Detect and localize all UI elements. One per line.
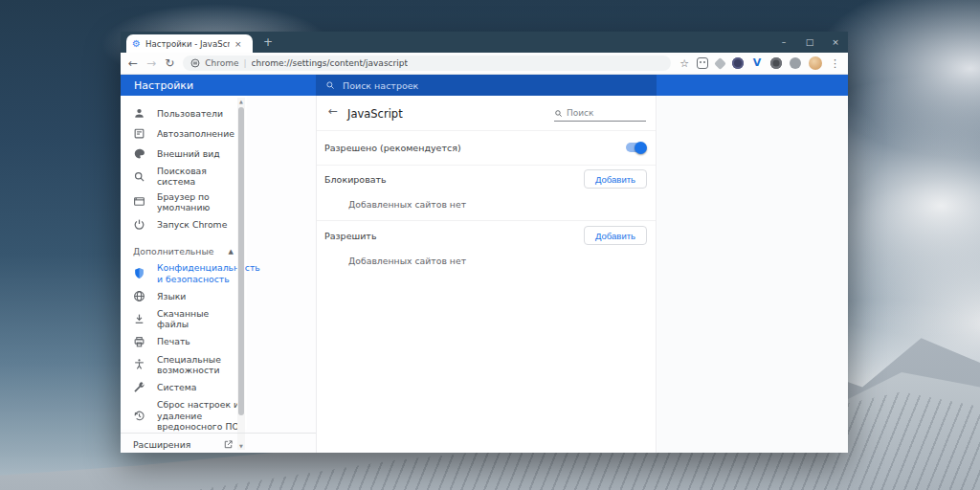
settings-title: Настройки	[134, 75, 193, 96]
autofill-icon	[133, 127, 145, 140]
block-empty-text: Добавленных сайтов нет	[348, 199, 466, 210]
desktop-background: ⚙ Настройки - JavaScript × + – □ × ← → ↻…	[0, 0, 980, 490]
sidebar-footer-divider	[121, 433, 316, 434]
block-section-title: Блокировать	[324, 174, 387, 185]
extension-diamond-icon[interactable]	[714, 57, 726, 70]
profile-avatar[interactable]	[809, 56, 822, 70]
divider	[317, 130, 656, 131]
page-background-right	[657, 96, 848, 453]
settings-search-placeholder: Поиск настроек	[343, 80, 418, 91]
sidebar-item-privacy-security[interactable]: Конфиденциальность и безопасность	[121, 260, 247, 286]
divider	[317, 220, 656, 221]
sidebar-item-languages[interactable]: Языки	[121, 286, 247, 306]
minimize-icon[interactable]: –	[779, 37, 789, 47]
tab-title: Настройки - JavaScript	[145, 39, 230, 49]
block-add-button[interactable]: Добавить	[584, 169, 647, 189]
settings-sidebar: Пользователи Автозаполнение Внешний вид …	[121, 96, 247, 430]
sidebar-item-autofill[interactable]: Автозаполнение	[121, 123, 247, 144]
bookmark-star-icon[interactable]: ☆	[679, 58, 689, 69]
person-icon	[133, 107, 145, 120]
sidebar-item-default-browser[interactable]: Браузер по умолчанию	[121, 189, 247, 215]
card-search-placeholder: Поиск	[567, 108, 594, 118]
external-link-icon	[223, 439, 234, 450]
sidebar-item-users[interactable]: Пользователи	[121, 103, 247, 123]
allow-empty-text: Добавленных сайтов нет	[348, 256, 466, 266]
back-icon[interactable]: ←	[128, 57, 138, 69]
allow-section-title: Разрешить	[324, 231, 376, 241]
sidebar-item-search-engine[interactable]: Поисковая система	[121, 164, 247, 189]
browser-window-icon	[133, 195, 145, 208]
sidebar-advanced-toggle[interactable]: Дополнительные ▲	[121, 234, 247, 260]
block-section-row: Блокировать Добавить	[317, 168, 656, 189]
url-site-label: Chrome	[205, 58, 238, 68]
extension-v-icon[interactable]: V	[751, 57, 763, 69]
tune-icon	[190, 58, 200, 68]
toggle-knob	[635, 142, 647, 154]
sidebar-item-reset[interactable]: Сброс настроек и удаление вредоносного П…	[121, 397, 247, 434]
extension-badger-icon[interactable]	[697, 57, 708, 69]
address-bar[interactable]: Chrome | chrome://settings/content/javas…	[183, 56, 671, 71]
forward-icon[interactable]: →	[146, 57, 156, 69]
javascript-settings-card: ← JavaScript Поиск Разрешено (рекомендуе…	[316, 96, 657, 453]
scroll-down-icon[interactable]: ▼	[237, 443, 245, 449]
accessibility-icon	[133, 358, 145, 370]
extension-lens-icon[interactable]	[770, 57, 782, 69]
sidebar-item-downloads[interactable]: Скачанные файлы	[121, 306, 247, 332]
javascript-toggle-row: Разрешено (рекомендуется)	[317, 138, 656, 159]
divider	[317, 165, 656, 166]
browser-window: ⚙ Настройки - JavaScript × + – □ × ← → ↻…	[121, 32, 848, 453]
javascript-toggle[interactable]	[626, 143, 646, 152]
new-tab-button[interactable]: +	[260, 35, 276, 51]
settings-gear-favicon: ⚙	[132, 39, 141, 49]
back-arrow-icon[interactable]: ←	[328, 104, 338, 118]
sidebar-item-system[interactable]: Система	[121, 377, 247, 397]
sidebar-scrollbar[interactable]: ▲ ▼	[237, 98, 245, 450]
reload-icon[interactable]: ↻	[165, 57, 174, 69]
download-icon	[133, 313, 145, 325]
card-search-input[interactable]: Поиск	[554, 105, 646, 122]
browser-toolbar: ← → ↻ Chrome | chrome://settings/content…	[121, 53, 848, 75]
extension-gray-circle-icon[interactable]	[790, 57, 801, 69]
allow-section-row: Разрешить Добавить	[317, 225, 656, 246]
extension-dark-circle-icon[interactable]	[732, 57, 744, 69]
settings-search-field[interactable]: Поиск настроек	[316, 75, 657, 96]
sidebar-item-appearance[interactable]: Внешний вид	[121, 144, 247, 164]
sidebar-item-accessibility[interactable]: Специальные возможности	[121, 352, 247, 378]
reset-history-icon	[133, 410, 145, 422]
browser-tab[interactable]: ⚙ Настройки - JavaScript ×	[126, 34, 253, 53]
page-title: JavaScript	[347, 107, 403, 121]
maximize-icon[interactable]: □	[805, 37, 814, 47]
appearance-icon	[133, 147, 145, 160]
wrench-icon	[133, 381, 145, 393]
sidebar-item-extensions[interactable]: Расширения	[121, 436, 235, 453]
printer-icon	[133, 336, 145, 348]
security-shield-icon	[133, 267, 145, 279]
scrollbar-thumb[interactable]	[238, 107, 244, 415]
url-text: chrome://settings/content/javascript	[252, 58, 408, 68]
browser-menu-icon[interactable]: ⋮	[830, 57, 840, 70]
close-icon[interactable]: ×	[831, 37, 840, 47]
tab-close-icon[interactable]: ×	[234, 39, 242, 49]
toolbar-right: ☆ V ⋮	[679, 56, 840, 70]
card-header: ← JavaScript Поиск	[317, 96, 656, 130]
sidebar-item-print[interactable]: Печать	[121, 332, 247, 352]
sidebar-item-startup[interactable]: Запуск Chrome	[121, 214, 247, 234]
search-icon	[554, 109, 563, 118]
power-icon	[133, 218, 145, 231]
title-bar: ⚙ Настройки - JavaScript × + – □ ×	[121, 32, 848, 53]
scroll-up-icon[interactable]: ▲	[237, 99, 245, 104]
window-controls: – □ ×	[779, 32, 840, 53]
allow-add-button[interactable]: Добавить	[584, 226, 647, 245]
magnifier-icon	[133, 170, 145, 183]
globe-icon	[133, 290, 145, 302]
search-icon	[325, 80, 335, 90]
url-separator: |	[244, 58, 247, 68]
toggle-label: Разрешено (рекомендуется)	[324, 143, 461, 153]
settings-page: Пользователи Автозаполнение Внешний вид …	[121, 96, 848, 453]
settings-app-bar: Настройки Поиск настроек	[121, 75, 848, 96]
caret-up-icon: ▲	[229, 248, 234, 256]
